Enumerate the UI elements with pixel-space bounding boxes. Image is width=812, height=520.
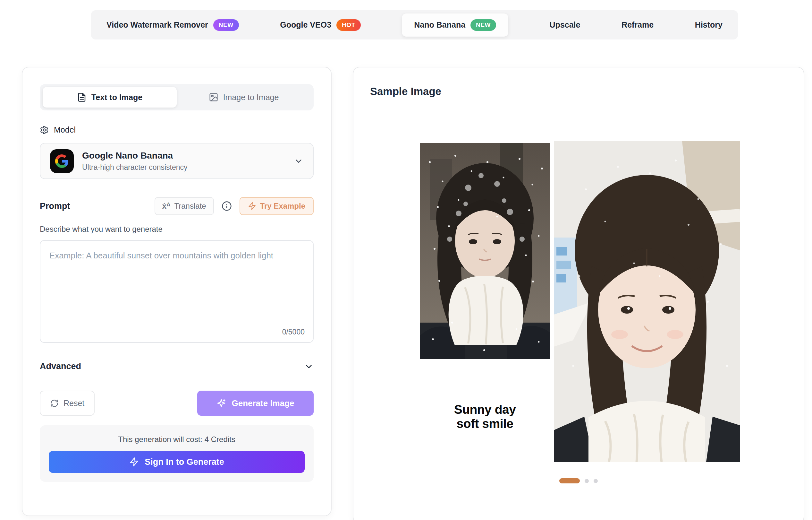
- prompt-header: Prompt ẋA Translate Try Example: [40, 197, 314, 215]
- top-navigation: Video Watermark Remover NEW Google VEO3 …: [91, 10, 738, 40]
- nav-tab-label: Upscale: [550, 20, 581, 29]
- cost-text: This generation will cost: 4 Credits: [49, 435, 305, 444]
- model-name: Google Nano Banana: [82, 151, 188, 161]
- bolt-icon: [129, 457, 139, 467]
- sign-in-label: Sign In to Generate: [145, 457, 224, 467]
- bolt-icon: [248, 202, 256, 210]
- try-example-button[interactable]: Try Example: [240, 197, 314, 215]
- prompt-input[interactable]: [40, 240, 314, 343]
- model-section-label: Model: [54, 125, 76, 134]
- character-counter: 0/5000: [282, 328, 305, 336]
- reset-label: Reset: [63, 399, 84, 408]
- nav-tab-upscale[interactable]: Upscale: [550, 20, 581, 29]
- try-example-label: Try Example: [260, 202, 305, 211]
- nav-tab-nano-banana-active[interactable]: Nano Banana NEW: [402, 14, 508, 36]
- chevron-down-icon: [304, 362, 314, 371]
- nav-tab-google-veo3[interactable]: Google VEO3 HOT: [280, 19, 361, 31]
- tab-image-to-image[interactable]: Image to Image: [177, 87, 311, 107]
- mode-switcher: Text to Image Image to Image: [40, 84, 314, 110]
- prompt-label: Prompt: [40, 201, 70, 211]
- sample-caption: Sunny day soft smile: [420, 402, 550, 431]
- nav-tab-label: History: [695, 20, 723, 29]
- tab-text-to-image[interactable]: Text to Image: [43, 87, 177, 107]
- caption-line-1: Sunny day: [420, 402, 550, 417]
- carousel-dot-active[interactable]: [559, 478, 580, 484]
- generate-image-button[interactable]: Generate Image: [197, 391, 314, 416]
- caption-line-2: soft smile: [420, 417, 550, 431]
- tab-label: Image to Image: [223, 93, 279, 102]
- nav-tab-label: Reframe: [621, 20, 653, 29]
- file-text-icon: [77, 93, 87, 102]
- model-info: Google Nano Banana Ultra-high character …: [82, 151, 188, 172]
- prompt-input-wrap: 0/5000: [40, 240, 314, 344]
- nav-tab-reframe[interactable]: Reframe: [621, 20, 653, 29]
- model-select[interactable]: Google Nano Banana Ultra-high character …: [40, 143, 314, 179]
- translate-label: Translate: [174, 202, 206, 211]
- carousel-dot[interactable]: [594, 479, 598, 483]
- info-icon[interactable]: [222, 201, 232, 211]
- advanced-label: Advanced: [40, 361, 81, 371]
- new-badge: NEW: [213, 19, 239, 31]
- cost-box: This generation will cost: 4 Credits Sig…: [40, 425, 314, 482]
- gear-icon: [40, 126, 49, 134]
- sample-preview-panel: Sample Image: [353, 67, 804, 520]
- sign-in-to-generate-button[interactable]: Sign In to Generate: [49, 451, 305, 473]
- model-section-header: Model: [40, 125, 314, 134]
- carousel-dots: [354, 478, 804, 484]
- nav-tab-label: Nano Banana: [414, 20, 465, 29]
- google-g-icon: [50, 149, 74, 173]
- image-icon: [209, 93, 218, 102]
- generation-settings-panel: Text to Image Image to Image Model Googl…: [22, 67, 332, 516]
- generate-label: Generate Image: [231, 398, 294, 408]
- prompt-helper-text: Describe what you want to generate: [40, 225, 314, 234]
- advanced-toggle[interactable]: Advanced: [40, 361, 314, 371]
- nav-tab-label: Video Watermark Remover: [107, 20, 208, 29]
- prompt-tools: ẋA Translate Try Example: [155, 197, 314, 215]
- nav-tab-history[interactable]: History: [695, 20, 723, 29]
- nav-tab-video-watermark-remover[interactable]: Video Watermark Remover NEW: [107, 19, 239, 31]
- translate-button[interactable]: ẋA Translate: [155, 197, 214, 215]
- nav-tab-label: Google VEO3: [280, 20, 331, 29]
- new-badge: NEW: [471, 19, 496, 31]
- actions-row: Reset Generate Image: [40, 391, 314, 416]
- chevron-down-icon: [294, 156, 303, 166]
- sample-image-title: Sample Image: [370, 85, 441, 98]
- refresh-icon: [50, 399, 59, 408]
- reset-button[interactable]: Reset: [40, 391, 94, 416]
- carousel-dot[interactable]: [585, 479, 589, 483]
- tab-label: Text to Image: [91, 93, 142, 102]
- sample-photo-before: [420, 143, 550, 359]
- hot-badge: HOT: [336, 19, 361, 31]
- translate-icon: ẋA: [162, 202, 171, 211]
- sparkles-icon: [217, 398, 226, 408]
- sample-photo-after: [554, 141, 740, 462]
- model-description: Ultra-high character consistency: [82, 163, 188, 172]
